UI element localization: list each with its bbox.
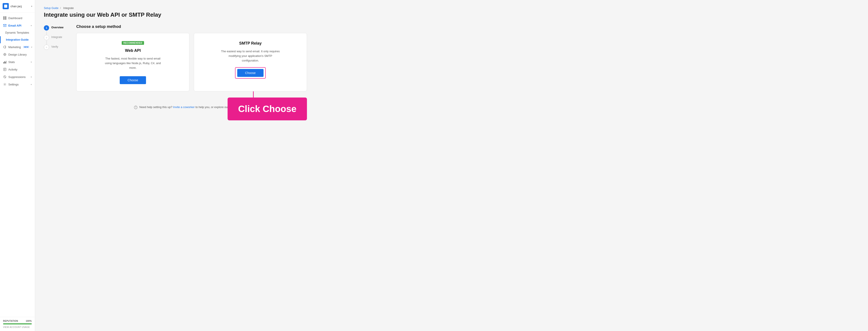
smtp-relay-description: The easiest way to send email. It only r… [220,49,281,63]
sidebar-item-email-api[interactable]: Email API ▾ [0,22,35,29]
smtp-relay-choose-button[interactable]: Choose [237,69,264,77]
sidebar-item-label: Dashboard [8,17,22,20]
step-label-verify: Verify [51,45,58,48]
choose-method-title: Choose a setup method [76,24,307,29]
sidebar-item-integration-guide[interactable]: Integration Guide [0,36,35,43]
svg-rect-0 [3,17,5,18]
web-api-description: The fastest, most flexible way to send e… [102,56,163,70]
user-menu-chevron: ▾ [31,5,32,7]
breadcrumb-current: Integrate [63,7,74,10]
sidebar-item-stats[interactable]: Stats ▾ [0,58,35,66]
sidebar-item-label: Settings [8,83,19,86]
sidebar-item-design-library[interactable]: Design Library [0,51,35,58]
sidebar-item-label: Integration Guide [6,38,29,41]
recommended-badge: RECOMMENDED [122,41,144,45]
sidebar-item-label: Stats [8,60,15,64]
step-circle-integrate: ○ [44,35,49,40]
reputation-fill [3,323,32,324]
help-middle-text: to help you, or explore our [195,105,228,109]
help-need-text: Need help setting this up? [140,105,172,109]
svg-marker-5 [3,46,5,48]
dashboard-icon [3,16,7,20]
breadcrumb: Setup Guide / Integrate [44,7,307,10]
marketing-icon [3,45,7,49]
svg-rect-13 [5,62,6,63]
cards-container: Choose a setup method RECOMMENDED Web AP… [76,24,307,109]
svg-rect-2 [3,18,5,20]
cards-row: RECOMMENDED Web API The fastest, most fl… [76,33,307,91]
help-icon: ? [134,106,137,109]
sidebar-item-label: Activity [8,68,17,71]
sidebar-item-activity[interactable]: Activity [0,66,35,73]
sidebar-item-marketing[interactable]: Marketing NEW ▾ [0,43,35,51]
stats-chevron: ▾ [31,61,32,63]
sidebar-item-label: Dynamic Templates [5,31,29,34]
sidebar-item-settings[interactable]: Settings ▾ [0,81,35,88]
reputation-label: Reputation 100% [3,320,32,322]
step-label-integrate: Integrate [51,35,62,39]
svg-rect-4 [3,24,6,27]
breadcrumb-separator: / [60,7,61,10]
sidebar-item-dashboard[interactable]: Dashboard [0,14,35,22]
sidebar: chan jacj ▾ Dashboard [0,0,35,331]
svg-rect-11 [3,62,4,63]
sidebar-item-label: Suppressions [8,75,26,79]
marketing-chevron: ▾ [31,46,32,48]
stepper: 1 Overview ○ Integrate ○ Verify [44,24,70,109]
activity-icon [3,67,7,71]
smtp-relay-card: SMTP Relay The easiest way to send email… [194,33,307,91]
svg-rect-12 [4,61,5,63]
sidebar-item-label: Design Library [8,53,27,56]
click-choose-text: Click Choose [238,104,297,114]
email-api-icon [3,24,7,27]
step-verify: ○ Verify [44,45,70,50]
main-nav: Dashboard Email API ▾ Dynamic Templates … [0,12,35,317]
sidebar-item-label: Email API [8,24,21,27]
step-circle-verify: ○ [44,45,49,50]
click-choose-callout: Click Choose [227,98,307,120]
sidebar-item-dynamic-templates[interactable]: Dynamic Templates [0,29,35,36]
svg-rect-14 [6,61,6,63]
web-api-choose-button[interactable]: Choose [120,76,146,84]
reputation-bar [3,323,32,324]
web-api-card: RECOMMENDED Web API The fastest, most fl… [76,33,189,91]
step-circle-overview: 1 [44,25,49,30]
view-account-usage[interactable]: View Account Usage [3,326,32,328]
step-integrate: ○ Integrate [44,35,70,40]
stats-icon [3,60,7,64]
main-content: Setup Guide / Integrate Integrate using … [35,0,868,331]
svg-rect-1 [5,17,6,18]
suppressions-chevron: ▾ [31,76,32,78]
page-content: Setup Guide / Integrate Integrate using … [44,7,307,109]
content-area: 1 Overview ○ Integrate ○ Verify [44,24,307,109]
email-api-chevron: ▾ [31,24,32,27]
breadcrumb-parent[interactable]: Setup Guide [44,7,59,10]
smtp-relay-title: SMTP Relay [239,41,262,46]
user-menu[interactable]: chan jacj ▾ [0,0,35,12]
svg-point-21 [4,84,5,85]
design-library-icon [3,53,7,56]
sidebar-footer: Reputation 100% View Account Usage [0,317,35,331]
logo-inner [4,5,7,8]
help-invite-link[interactable]: Invite a coworker [173,105,194,109]
marketing-badge: NEW [23,46,29,48]
app-logo [3,3,9,9]
web-api-title: Web API [125,48,141,53]
svg-line-20 [4,76,6,78]
svg-text:?: ? [135,106,136,109]
step-overview: 1 Overview [44,25,70,30]
suppressions-icon [3,75,7,79]
username: chan jacj [10,5,22,8]
sidebar-item-label: Marketing [8,46,21,49]
page-title: Integrate using our Web API or SMTP Rela… [44,11,307,18]
svg-rect-3 [5,18,6,20]
cards-with-annotation: RECOMMENDED Web API The fastest, most fl… [76,33,307,91]
smtp-btn-wrapper: Choose [237,69,264,77]
settings-icon [3,83,7,86]
step-label-overview: Overview [51,25,64,29]
settings-chevron: ▾ [31,83,32,86]
sidebar-item-suppressions[interactable]: Suppressions ▾ [0,73,35,81]
